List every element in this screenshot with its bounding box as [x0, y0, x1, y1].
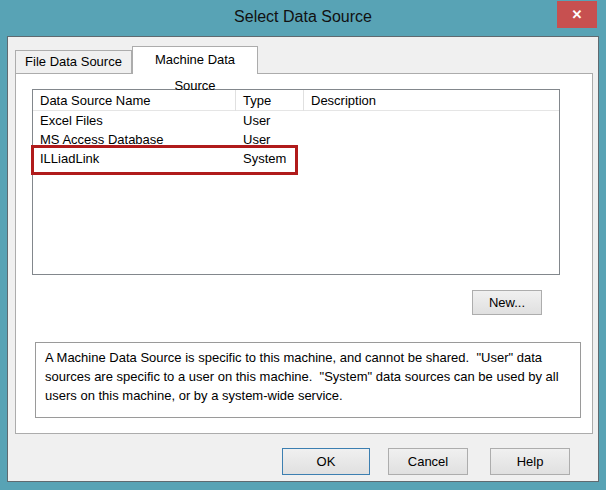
- info-text: A Machine Data Source is specific to thi…: [36, 343, 580, 410]
- ok-button[interactable]: OK: [282, 448, 370, 475]
- close-button[interactable]: ✕: [557, 1, 597, 28]
- list-rows: Excel Files User MS Access Database User…: [33, 111, 559, 168]
- tab-file-data-source[interactable]: File Data Source: [15, 50, 132, 73]
- list-header: Data Source Name Type Description: [33, 90, 559, 111]
- close-icon: ✕: [572, 8, 583, 21]
- list-item-ms-access-database[interactable]: MS Access Database User: [33, 130, 559, 149]
- cell-name: ILLiadLink: [33, 149, 236, 168]
- dialog-body: File Data Source Machine Data Source Dat…: [7, 36, 599, 482]
- data-source-list[interactable]: Data Source Name Type Description Excel …: [32, 89, 560, 275]
- column-header-type[interactable]: Type: [236, 90, 304, 111]
- cell-name: Excel Files: [33, 111, 236, 130]
- info-group-box: A Machine Data Source is specific to thi…: [35, 342, 581, 418]
- window-title: Select Data Source: [0, 8, 606, 26]
- cell-name: MS Access Database: [33, 130, 236, 149]
- column-header-description[interactable]: Description: [304, 90, 558, 111]
- titlebar[interactable]: Select Data Source ✕: [0, 0, 606, 36]
- cell-description: [304, 130, 558, 149]
- help-button[interactable]: Help: [490, 448, 570, 475]
- cell-type: User: [236, 111, 304, 130]
- new-button[interactable]: New...: [472, 290, 542, 315]
- list-item-illiadlink[interactable]: ILLiadLink System: [33, 149, 559, 168]
- list-item-excel-files[interactable]: Excel Files User: [33, 111, 559, 130]
- machine-data-source-tab-page: Data Source Name Type Description Excel …: [15, 73, 593, 434]
- tab-machine-data-source[interactable]: Machine Data Source: [132, 46, 258, 74]
- cell-description: [304, 149, 558, 168]
- select-data-source-dialog: Select Data Source ✕ File Data Source Ma…: [0, 0, 606, 490]
- cell-description: [304, 111, 558, 130]
- cancel-button[interactable]: Cancel: [388, 448, 468, 475]
- cell-type: User: [236, 130, 304, 149]
- cell-type: System: [236, 149, 304, 168]
